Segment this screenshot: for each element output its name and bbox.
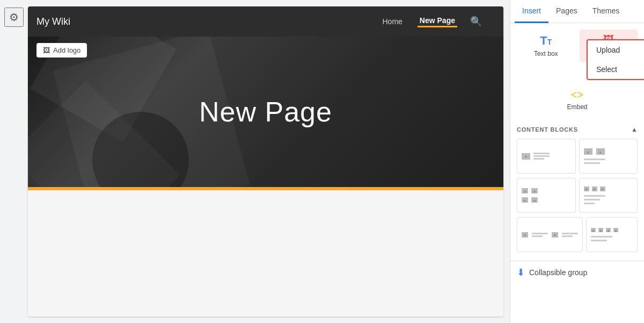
block-line <box>584 195 605 197</box>
content-blocks-section: CONTENT BLOCKS ▲ ▲ ▲ ▲ <box>510 121 644 261</box>
wiki-banner: 🖼 Add logo New Page <box>28 37 503 187</box>
wiki-nav: Home New Page 🔍 <box>380 6 482 37</box>
block-img-icon: ▲ <box>591 228 596 232</box>
block-img-icon: ▲ <box>592 186 597 191</box>
block-line <box>533 155 550 157</box>
block-line <box>562 235 573 237</box>
wiki-logo-area: My Wiki <box>36 16 70 27</box>
insert-embed[interactable]: <> Embed <box>517 84 638 115</box>
block-item-5[interactable]: ▲ ▲ <box>517 217 583 252</box>
nav-new-page[interactable]: New Page <box>418 16 457 27</box>
block-item-6[interactable]: ▲ ▲ ▲ ▲ <box>586 217 638 252</box>
images-dropdown: Upload Select <box>587 39 644 80</box>
upload-option[interactable]: Upload <box>588 40 644 60</box>
main-area: My Wiki Home New Page 🔍 🖼 Add logo New P… <box>0 0 510 323</box>
block-img-icon: ▲ <box>600 186 605 191</box>
block-img-icon: ▲ <box>531 197 538 203</box>
block-item-2[interactable]: ▲ ▲ <box>579 139 638 174</box>
textbox-icon: TT <box>540 34 552 48</box>
collapsible-icon: ⬇ <box>517 267 525 278</box>
blocks-grid-row1: ▲ ▲ ▲ <box>517 139 638 174</box>
wiki-editor: My Wiki Home New Page 🔍 🖼 Add logo New P… <box>28 6 503 317</box>
block-line <box>532 235 543 237</box>
content-blocks-header: CONTENT BLOCKS ▲ <box>517 126 638 133</box>
block-line <box>584 199 600 200</box>
insert-textbox[interactable]: TT Text box <box>517 30 575 62</box>
block-img-icon: ▲ <box>613 228 618 232</box>
block-img-icon: ▲ <box>531 188 538 193</box>
block-img-icon: ▲ <box>606 228 611 232</box>
content-blocks-title: CONTENT BLOCKS <box>517 126 578 133</box>
block-line <box>591 236 612 238</box>
wiki-header: My Wiki Home New Page 🔍 <box>28 6 503 37</box>
nav-home[interactable]: Home <box>380 17 405 26</box>
block-line <box>584 159 605 160</box>
collapsible-group[interactable]: ⬇ Collapsible group <box>510 261 644 284</box>
textbox-label: Text box <box>534 50 558 58</box>
block-line <box>532 233 548 234</box>
tab-insert[interactable]: Insert <box>515 0 548 23</box>
block-img-icon: ▲ <box>598 228 603 232</box>
block-line <box>533 158 544 160</box>
insert-row-2: <> Embed <box>517 84 638 115</box>
wiki-title: My Wiki <box>36 16 70 27</box>
collapse-icon[interactable]: ▲ <box>631 126 638 133</box>
image-icon: 🖼 <box>43 46 50 54</box>
block-img-icon: ▲ <box>522 232 528 238</box>
tab-pages[interactable]: Pages <box>548 0 585 23</box>
block-img-icon: ▲ <box>596 148 605 155</box>
block-img-icon: ▲ <box>584 186 589 191</box>
add-logo-label: Add logo <box>53 46 80 54</box>
sidebar-tabs: Insert Pages Themes <box>510 0 644 23</box>
block-line <box>591 240 607 241</box>
block-line <box>533 153 550 154</box>
insert-panel: TT Text box 🖼 Images Upload Select <> Em… <box>510 23 644 121</box>
tab-themes[interactable]: Themes <box>585 0 627 23</box>
block-line <box>562 233 578 234</box>
gear-icon: ⚙ <box>9 11 19 24</box>
select-option[interactable]: Select <box>588 60 644 79</box>
block-line <box>584 162 600 164</box>
embed-icon: <> <box>571 89 583 101</box>
wiki-content[interactable] <box>28 190 503 317</box>
embed-label: Embed <box>567 103 587 111</box>
block-img-icon: ▲ <box>522 197 528 203</box>
block-img-icon: ▲ <box>584 148 592 155</box>
collapsible-label: Collapsible group <box>529 268 587 277</box>
block-img-icon: ▲ <box>552 232 558 238</box>
search-icon[interactable]: 🔍 <box>470 16 482 27</box>
settings-button[interactable]: ⚙ <box>4 8 24 27</box>
blocks-grid-row3: ▲ ▲ ▲ ▲ ▲ ▲ <box>517 217 638 252</box>
block-img-icon: ▲ <box>522 188 528 193</box>
block-item-3[interactable]: ▲ ▲ ▲ ▲ <box>517 178 576 213</box>
add-logo-button[interactable]: 🖼 Add logo <box>36 43 87 58</box>
block-img-icon: ▲ <box>522 153 530 160</box>
banner-page-title: New Page <box>199 96 332 128</box>
block-item-1[interactable]: ▲ <box>517 139 576 174</box>
right-sidebar: Insert Pages Themes TT Text box 🖼 Images… <box>510 0 644 323</box>
block-item-4[interactable]: ▲ ▲ ▲ <box>579 178 638 213</box>
block-line <box>584 203 595 204</box>
blocks-grid-row2: ▲ ▲ ▲ ▲ ▲ ▲ ▲ <box>517 178 638 213</box>
